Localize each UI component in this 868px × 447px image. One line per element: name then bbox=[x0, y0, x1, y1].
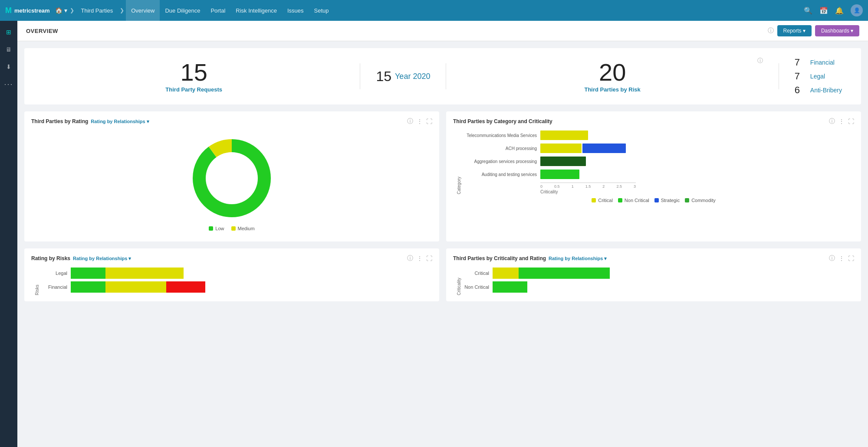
logo-text: metricstream bbox=[14, 7, 50, 14]
calendar-icon[interactable]: 📅 bbox=[819, 7, 828, 15]
legend-medium: Medium bbox=[231, 226, 255, 231]
chart4-more-icon[interactable]: ⋮ bbox=[838, 255, 845, 262]
bar-row-1: ACH processing bbox=[463, 144, 851, 153]
chart3-expand-icon[interactable]: ⛶ bbox=[426, 255, 432, 262]
chart4-info-icon[interactable]: ⓘ bbox=[829, 254, 835, 262]
legend-non-critical-label: Non Critical bbox=[625, 198, 649, 203]
legend-commodity-dot bbox=[685, 198, 689, 202]
kpi-divider-1 bbox=[360, 63, 360, 89]
hbar-non-critical-segs bbox=[493, 281, 527, 293]
nav-overview[interactable]: Overview bbox=[126, 0, 160, 21]
nav-risk-intelligence[interactable]: Risk Intelligence bbox=[230, 0, 282, 21]
hbar-financial-seg-yellow bbox=[105, 281, 166, 293]
search-icon[interactable]: 🔍 bbox=[804, 7, 812, 15]
kpi-antibribery-link[interactable]: Anti-Bribery bbox=[810, 87, 842, 94]
kpi-middle-info-icon[interactable]: ⓘ bbox=[757, 57, 763, 65]
chart4-expand-icon[interactable]: ⛶ bbox=[848, 255, 854, 262]
header-info-icon[interactable]: ⓘ bbox=[768, 27, 774, 35]
nav-setup[interactable]: Setup bbox=[309, 0, 334, 21]
dashboard: 15 Third Party Requests 15 Year 2020 ⓘ 2… bbox=[17, 41, 868, 447]
chart2-info-icon[interactable]: ⓘ bbox=[829, 117, 835, 125]
svg-point-2 bbox=[206, 152, 258, 204]
chart-card-1: Third Parties by Rating Rating by Relati… bbox=[24, 111, 439, 241]
logo-icon: M bbox=[5, 6, 12, 15]
sidebar-download-icon[interactable]: ⬇ bbox=[1, 59, 16, 75]
chart-card-4: Third Parties by Criticality and Rating … bbox=[446, 248, 861, 301]
donut-legend: Low Medium bbox=[209, 226, 254, 231]
hbar-financial-label: Financial bbox=[41, 284, 67, 290]
chart4-title-area: Third Parties by Criticality and Rating … bbox=[453, 255, 607, 261]
dashboards-button[interactable]: Dashboards ▾ bbox=[815, 25, 859, 36]
chart3-more-icon[interactable]: ⋮ bbox=[417, 255, 423, 262]
logo-area: M metricstream bbox=[5, 6, 50, 15]
hbar-legal-seg-yellow bbox=[105, 268, 184, 279]
chart4-y-label: Criticality bbox=[457, 268, 461, 295]
kpi-legal-link[interactable]: Legal bbox=[810, 73, 825, 80]
hbar-financial-seg-red bbox=[166, 281, 205, 293]
chart2-expand-icon[interactable]: ⛶ bbox=[848, 118, 854, 125]
chart1-header: Third Parties by Rating Rating by Relati… bbox=[31, 117, 432, 125]
chart4-filter[interactable]: Rating by Relationships ▾ bbox=[549, 256, 607, 261]
kpi-year-label: Year 2020 bbox=[395, 72, 430, 81]
kpi-financial-link[interactable]: Financial bbox=[810, 59, 835, 66]
bar-label-2: Aggregation services processing bbox=[463, 159, 537, 164]
hbar-legal-segs bbox=[71, 268, 184, 279]
chart2-title-area: Third Parties by Category and Criticalit… bbox=[453, 118, 552, 124]
sidebar-grid-icon[interactable]: ⊞ bbox=[1, 24, 16, 40]
kpi-link-legal-row: 7 Legal bbox=[795, 71, 842, 82]
bar-label-3: Auditing and testing services bbox=[463, 172, 537, 177]
kpi-requests-label: Third Party Requests bbox=[35, 86, 353, 93]
subheader: OVERVIEW ⓘ Reports ▾ Dashboards ▾ bbox=[17, 21, 868, 41]
legend-strategic: Strategic bbox=[654, 198, 680, 203]
reports-button[interactable]: Reports ▾ bbox=[777, 25, 812, 36]
chart2-x-axis: 0 0.5 1 1.5 2 2.5 3 bbox=[540, 183, 636, 189]
nav-third-parties[interactable]: Third Parties bbox=[76, 0, 118, 21]
chart-card-2: Third Parties by Category and Criticalit… bbox=[446, 111, 861, 241]
kpi-risk-label: Third Parties by Risk bbox=[584, 86, 640, 93]
kpi-links: 7 Financial 7 Legal 6 Anti-Bribery bbox=[786, 57, 851, 96]
chart1-info-icon[interactable]: ⓘ bbox=[407, 117, 413, 125]
sidebar: ⊞ 🖥 ⬇ ··· bbox=[0, 21, 17, 447]
bar-seg-1-1 bbox=[582, 144, 626, 153]
kpi-year-number: 15 bbox=[376, 69, 391, 85]
chart3-info-icon[interactable]: ⓘ bbox=[407, 254, 413, 262]
chart3-bars: Legal Financial bbox=[41, 268, 429, 295]
hbar-legal-label: Legal bbox=[41, 271, 67, 276]
hbar-non-critical-seg-green bbox=[493, 281, 527, 293]
user-avatar[interactable]: 👤 bbox=[851, 4, 863, 16]
bell-icon[interactable]: 🔔 bbox=[835, 7, 844, 15]
hbar-financial-seg-green bbox=[71, 281, 105, 293]
legend-medium-dot bbox=[231, 226, 236, 231]
home-nav-icon[interactable]: 🏠 ▾ bbox=[55, 7, 67, 14]
chart4-title-text: Third Parties by Criticality and Rating bbox=[453, 255, 546, 261]
bar-segs-2 bbox=[540, 157, 586, 166]
chart2-header: Third Parties by Category and Criticalit… bbox=[453, 117, 854, 125]
kpi-third-party-requests: 15 Third Party Requests bbox=[35, 60, 353, 93]
hbar-financial-segs bbox=[71, 281, 205, 293]
chart1-expand-icon[interactable]: ⛶ bbox=[426, 118, 432, 125]
kpi-antibribery-number: 6 bbox=[795, 85, 805, 96]
legend-low: Low bbox=[209, 226, 224, 231]
kpi-requests-number: 15 bbox=[35, 60, 353, 85]
nav-due-diligence[interactable]: Due Diligence bbox=[160, 0, 205, 21]
sidebar-more-icon[interactable]: ··· bbox=[1, 76, 16, 92]
chart2-legend: Critical Non Critical Strategic Com bbox=[453, 198, 854, 203]
kpi-divider-3 bbox=[779, 63, 779, 89]
chart1-filter[interactable]: Rating by Relationships ▾ bbox=[91, 119, 149, 124]
legend-low-dot bbox=[209, 226, 213, 231]
chart1-more-icon[interactable]: ⋮ bbox=[417, 118, 423, 125]
chart3-filter[interactable]: Rating by Relationships ▾ bbox=[73, 256, 131, 261]
chart2-more-icon[interactable]: ⋮ bbox=[838, 118, 845, 125]
kpi-risk-number: 20 bbox=[599, 60, 626, 85]
chart2-x-label: Criticality bbox=[540, 189, 851, 194]
nav-issues[interactable]: Issues bbox=[282, 0, 309, 21]
sidebar-monitor-icon[interactable]: 🖥 bbox=[1, 42, 16, 57]
bar-seg-3-0 bbox=[540, 170, 579, 179]
nav-portal[interactable]: Portal bbox=[205, 0, 230, 21]
chart1-title-area: Third Parties by Rating Rating by Relati… bbox=[31, 118, 149, 124]
chart2-y-label: Category bbox=[457, 131, 461, 194]
hbar-non-critical: Non Critical bbox=[463, 281, 851, 293]
bar-row-2: Aggregation services processing bbox=[463, 157, 851, 166]
legend-critical: Critical bbox=[592, 198, 613, 203]
hbar-financial: Financial bbox=[41, 281, 429, 293]
